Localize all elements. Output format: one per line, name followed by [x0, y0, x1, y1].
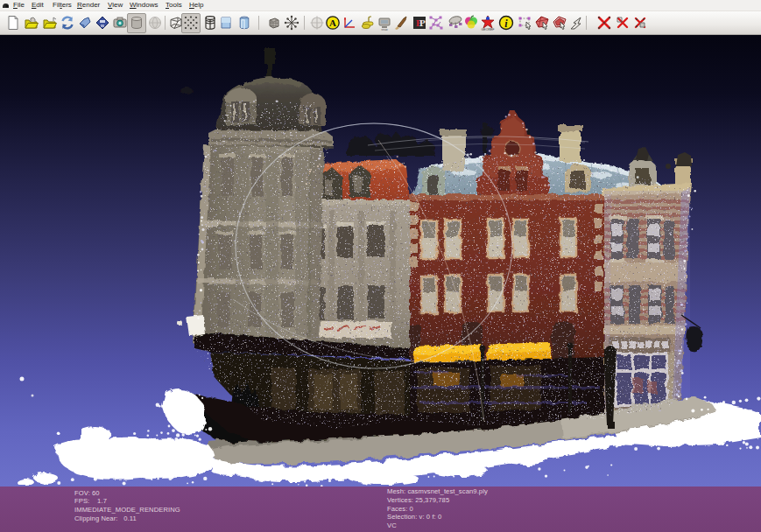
svg-text:GEOREF: GEOREF — [482, 28, 495, 32]
svg-text:P: P — [419, 18, 426, 28]
svg-text:A: A — [329, 18, 336, 28]
svg-text:snap: snap — [381, 28, 388, 32]
